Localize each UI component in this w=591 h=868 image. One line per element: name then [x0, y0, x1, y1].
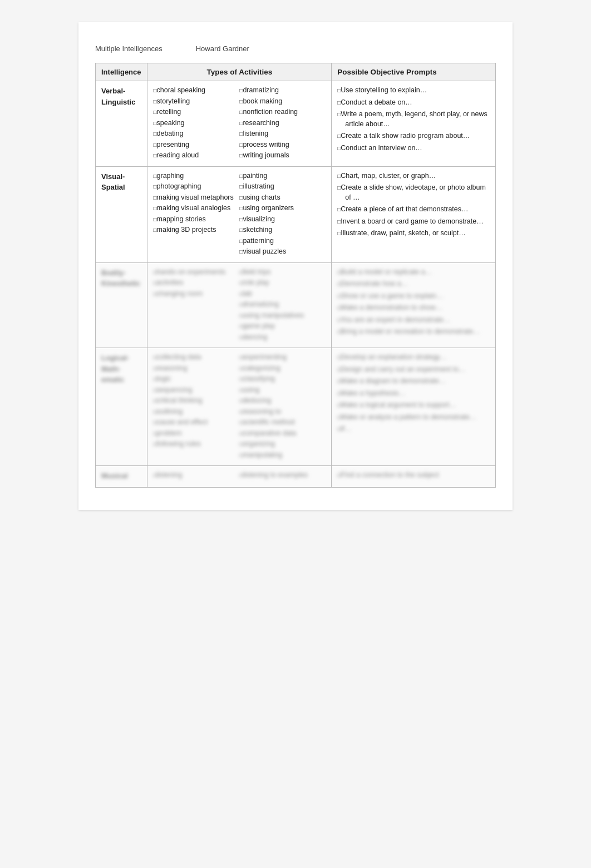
activity-item: using charts [239, 193, 323, 203]
activity-item: sketching [239, 225, 323, 235]
activity-item: field trips [239, 267, 323, 277]
cell-prompts: Chart, map, cluster, or graph…Create a s… [332, 166, 496, 262]
prompt-item: Invent a board or card game to demonstra… [337, 217, 490, 227]
prompt-item: Make a hypothesis… [337, 389, 490, 399]
prompt-item: Write a poem, myth, legend, short play, … [337, 110, 490, 129]
intelligence-label: Verbal- Linguistic [101, 87, 135, 106]
activity-item: problem [153, 429, 237, 439]
cell-prompts: Build a model or replicate a…Demonstrate… [332, 262, 496, 348]
prompt-item: Create a piece of art that demonstrates… [337, 205, 490, 215]
header-row: Intelligence Types of Activities Possibl… [96, 63, 496, 81]
activity-item: experimenting [239, 353, 323, 363]
table-row: Logical- Math- ematiccollecting datareas… [96, 348, 496, 466]
header-prompts: Possible Objective Prompts [332, 63, 496, 81]
prompt-item: Bring a model or recreation to demonstra… [337, 327, 490, 337]
prompt-item: Make a demonstration to show… [337, 303, 490, 313]
header-intelligence: Intelligence [96, 63, 147, 81]
prompt-item: If… [337, 424, 490, 434]
prompt-item: Make a logical argument to support… [337, 400, 490, 410]
activity-item: painting [239, 171, 323, 181]
activity-item: speaking [153, 118, 237, 128]
activity-item: changing room [153, 289, 237, 299]
activity-item: scientific method [239, 418, 323, 428]
cell-intelligence: Musical [96, 466, 147, 488]
activity-item: outlining [153, 407, 237, 417]
cell-intelligence: Logical- Math- ematic [96, 348, 147, 466]
prompt-item: Illustrate, draw, paint, sketch, or scul… [337, 229, 490, 239]
activity-item: presenting [153, 140, 237, 150]
activity-item: using organizers [239, 204, 323, 214]
activity-item: categorizing [239, 364, 323, 374]
activity-item: collecting data [153, 353, 237, 363]
activity-item: reading aloud [153, 151, 237, 161]
cell-intelligence: Verbal- Linguistic [96, 81, 147, 167]
activity-item: following rules [153, 439, 237, 449]
prompt-item: Develop an explanation strategy… [337, 353, 490, 363]
prompt-item: Make a diagram to demonstrate… [337, 376, 490, 386]
activity-item: graphing [153, 171, 237, 181]
activity-item: debating [153, 129, 237, 139]
activity-item: using [239, 385, 323, 395]
prompt-item: Show or use a game to explain… [337, 291, 490, 301]
activity-item: nonfiction reading [239, 107, 323, 117]
prompt-item: Conduct a debate on… [337, 98, 490, 108]
activity-item: listening [239, 129, 323, 139]
activity-item: writing journals [239, 151, 323, 161]
activity-item: dancing [239, 333, 323, 343]
activity-item: game play [239, 321, 323, 331]
cell-prompts: Find a connection to the subject [332, 466, 496, 488]
main-table: Intelligence Types of Activities Possibl… [95, 63, 496, 488]
table-row: Visual- Spatialgraphingphotographingmaki… [96, 166, 496, 262]
activity-item: storytelling [153, 97, 237, 107]
activity-item: dramatizing [239, 300, 323, 310]
activity-item: critical thinking [153, 396, 237, 406]
activity-item: hands-on experiments [153, 267, 237, 277]
activity-item: listening [153, 470, 237, 480]
activity-item: dramatizing [239, 86, 323, 96]
intelligence-label: Musical [101, 472, 128, 480]
cell-intelligence: Bodily- Kinesthetic [96, 262, 147, 348]
meta-header: Multiple Intelligences Howard Gardner [95, 44, 496, 53]
prompt-item: Demonstrate how a… [337, 279, 490, 289]
activity-item: listening to examples [239, 470, 323, 480]
activity-item: reasoning to [239, 407, 323, 417]
activity-item: patterning [239, 236, 323, 246]
activity-item: visual puzzles [239, 247, 323, 257]
activity-item: visualizing [239, 215, 323, 225]
activity-item: photographing [153, 182, 237, 192]
cell-activities: collecting datareasoninglogicsequencingc… [147, 348, 332, 466]
title2: Howard Gardner [196, 44, 249, 53]
activity-item: making 3D projects [153, 225, 237, 235]
header-activities: Types of Activities [147, 63, 332, 81]
activity-item: process writing [239, 140, 323, 150]
prompt-item: Conduct an interview on… [337, 143, 490, 153]
table-row: Musicallisteninglistening to examplesFin… [96, 466, 496, 488]
activity-item: retelling [153, 107, 237, 117]
cell-prompts: Use storytelling to explain…Conduct a de… [332, 81, 496, 167]
activity-item: organizing [239, 439, 323, 449]
prompt-item: Build a model or replicate a… [337, 267, 490, 277]
cell-activities: choral speakingstorytellingretellingspea… [147, 81, 332, 167]
intelligence-label: Visual- Spatial [101, 172, 125, 192]
activity-item: choral speaking [153, 86, 237, 96]
activity-item: using manipulatives [239, 311, 323, 321]
activity-item: book making [239, 97, 323, 107]
activity-item: making visual analogies [153, 204, 237, 214]
prompt-item: You are an expert in demonstrate… [337, 315, 490, 325]
cell-prompts: Develop an explanation strategy…Design a… [332, 348, 496, 466]
intelligence-label: Logical- Math- ematic [101, 354, 129, 384]
cell-activities: graphingphotographingmaking visual metap… [147, 166, 332, 262]
activity-item: reasoning [153, 364, 237, 374]
activity-item: making visual metaphors [153, 193, 237, 203]
activity-item: sequencing [153, 385, 237, 395]
prompt-item: Use storytelling to explain… [337, 86, 490, 96]
table-row: Verbal- Linguisticchoral speakingstoryte… [96, 81, 496, 167]
activity-item: manipulating [239, 450, 323, 460]
activity-item: logic [153, 374, 237, 384]
title1: Multiple Intelligences [95, 44, 162, 53]
activity-item: lab [239, 289, 323, 299]
table-row: Bodily- Kinesthetichands-on experimentsa… [96, 262, 496, 348]
activity-item: classifying [239, 374, 323, 384]
page: Multiple Intelligences Howard Gardner In… [78, 22, 513, 510]
activity-item: researching [239, 118, 323, 128]
